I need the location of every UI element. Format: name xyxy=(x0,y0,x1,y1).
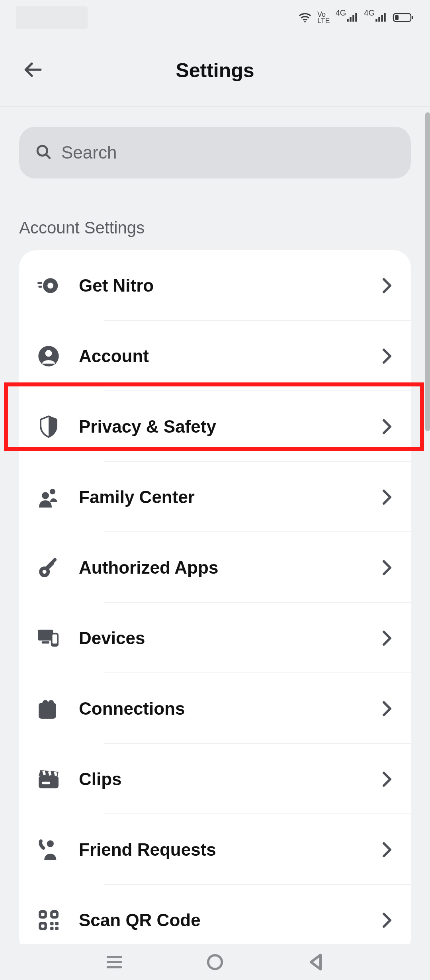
page-title: Settings xyxy=(0,59,430,82)
svg-rect-1 xyxy=(347,19,349,22)
search-placeholder: Search xyxy=(61,143,117,163)
system-nav-bar xyxy=(0,944,430,980)
signal-group-2: 4G xyxy=(364,12,387,24)
svg-point-16 xyxy=(47,282,53,288)
svg-rect-41 xyxy=(41,913,44,916)
search-input[interactable]: Search xyxy=(19,127,411,178)
svg-point-24 xyxy=(43,570,47,574)
row-label: Devices xyxy=(62,628,379,648)
signal-bars-icon xyxy=(375,12,387,24)
row-devices[interactable]: Devices xyxy=(19,603,411,673)
svg-point-39 xyxy=(47,840,54,847)
row-label: Family Center xyxy=(62,487,379,507)
waving-person-icon xyxy=(35,836,62,863)
svg-rect-47 xyxy=(55,922,59,925)
chevron-right-icon xyxy=(379,278,395,294)
battery-icon xyxy=(393,12,414,23)
svg-rect-18 xyxy=(38,286,42,288)
title-bar: Settings xyxy=(0,35,430,107)
row-label: Privacy & Safety xyxy=(62,417,379,437)
devices-icon xyxy=(35,625,62,652)
svg-rect-17 xyxy=(37,282,42,284)
svg-rect-38 xyxy=(42,782,50,784)
row-clips[interactable]: Clips xyxy=(19,744,411,814)
chevron-right-icon xyxy=(379,912,395,928)
row-privacy-safety[interactable]: Privacy & Safety xyxy=(19,391,411,462)
arrow-left-icon xyxy=(22,59,43,82)
svg-point-22 xyxy=(42,492,49,499)
chevron-right-icon xyxy=(379,842,395,858)
svg-line-14 xyxy=(46,154,49,158)
user-icon xyxy=(35,343,62,370)
svg-rect-5 xyxy=(375,19,377,22)
chevron-right-icon xyxy=(379,419,395,435)
settings-scroll-area[interactable]: Search Account Settings Get Nitro xyxy=(0,108,430,944)
puzzle-icon xyxy=(35,695,62,722)
svg-rect-7 xyxy=(381,15,383,22)
volte-indicator: Vo LTE xyxy=(317,11,330,24)
section-label-account: Account Settings xyxy=(0,178,430,250)
svg-point-53 xyxy=(208,955,222,969)
svg-rect-6 xyxy=(378,17,380,22)
chevron-right-icon xyxy=(379,630,395,646)
row-scan-qr[interactable]: Scan QR Code xyxy=(19,885,411,944)
status-icons: Vo LTE 4G 4G xyxy=(298,11,414,24)
row-family-center[interactable]: Family Center xyxy=(19,462,411,532)
search-icon xyxy=(35,143,52,162)
row-label: Authorized Apps xyxy=(62,558,379,578)
svg-rect-45 xyxy=(41,924,44,927)
row-friend-requests[interactable]: Friend Requests xyxy=(19,814,411,885)
svg-rect-2 xyxy=(350,17,352,22)
scrollbar-thumb[interactable] xyxy=(425,112,430,431)
svg-rect-31 xyxy=(53,634,57,643)
svg-marker-54 xyxy=(311,955,321,969)
chevron-right-icon xyxy=(379,560,395,576)
svg-point-20 xyxy=(45,350,52,357)
row-label: Account xyxy=(62,346,379,366)
row-label: Clips xyxy=(62,769,379,789)
row-account[interactable]: Account xyxy=(19,321,411,391)
svg-point-32 xyxy=(42,700,48,706)
wifi-icon xyxy=(298,12,312,23)
svg-rect-8 xyxy=(384,13,386,22)
nav-recent-button[interactable] xyxy=(103,951,125,973)
svg-rect-28 xyxy=(38,629,53,640)
status-time-placeholder xyxy=(16,6,88,29)
back-button[interactable] xyxy=(21,59,45,82)
row-label: Get Nitro xyxy=(62,276,379,296)
clapperboard-icon xyxy=(35,766,62,793)
qr-code-icon xyxy=(35,907,62,934)
svg-rect-49 xyxy=(55,927,59,930)
chevron-right-icon xyxy=(379,771,395,787)
svg-rect-48 xyxy=(50,927,53,930)
nitro-icon xyxy=(35,272,62,299)
row-connections[interactable]: Connections xyxy=(19,673,411,744)
row-label: Friend Requests xyxy=(62,840,379,860)
chevron-right-icon xyxy=(379,489,395,505)
svg-rect-11 xyxy=(412,16,413,19)
svg-rect-3 xyxy=(353,15,355,22)
row-get-nitro[interactable]: Get Nitro xyxy=(19,250,411,321)
status-bar: Vo LTE 4G 4G xyxy=(0,0,430,35)
svg-rect-43 xyxy=(53,913,56,916)
svg-point-21 xyxy=(50,489,55,494)
svg-rect-29 xyxy=(42,641,49,643)
svg-point-0 xyxy=(304,21,306,23)
row-label: Scan QR Code xyxy=(62,910,379,930)
signal-bars-icon xyxy=(346,12,358,24)
row-authorized-apps[interactable]: Authorized Apps xyxy=(19,532,411,603)
svg-rect-10 xyxy=(395,15,399,20)
account-settings-card: Get Nitro Account xyxy=(19,250,411,944)
row-label: Connections xyxy=(62,699,379,719)
shield-icon xyxy=(35,413,62,440)
svg-point-33 xyxy=(48,700,54,706)
chevron-right-icon xyxy=(379,701,395,717)
svg-rect-46 xyxy=(50,922,53,925)
svg-rect-4 xyxy=(356,13,358,22)
family-icon xyxy=(35,484,62,511)
nav-home-button[interactable] xyxy=(204,951,226,973)
key-icon xyxy=(35,554,62,581)
signal-group-1: 4G xyxy=(336,12,359,24)
chevron-right-icon xyxy=(379,348,395,364)
nav-back-button[interactable] xyxy=(305,951,327,973)
